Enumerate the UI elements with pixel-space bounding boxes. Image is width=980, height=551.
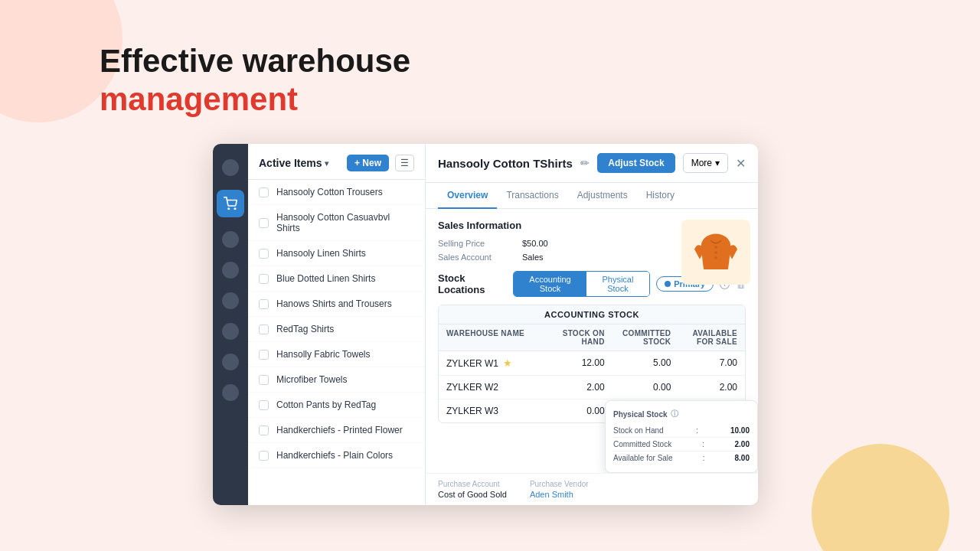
sales-account-value: Sales bbox=[522, 253, 544, 262]
committed-stock-cell: 5.00 bbox=[612, 351, 679, 375]
item-checkbox[interactable] bbox=[259, 187, 269, 197]
primary-dot bbox=[665, 281, 671, 287]
item-name: Handkerchiefs - Plain Colors bbox=[276, 450, 393, 461]
sidebar-item-cart[interactable] bbox=[217, 190, 244, 217]
physical-stock-popup-title: Physical Stock ⓘ bbox=[613, 409, 750, 419]
list-item[interactable]: Microfiber Towels bbox=[248, 367, 425, 393]
item-name: Hansooly Cotton Casuavbvl Shirts bbox=[276, 212, 414, 233]
list-item[interactable]: Hansooly Cotton Trousers bbox=[248, 180, 425, 205]
item-checkbox[interactable] bbox=[259, 400, 269, 410]
purchase-account-value: Cost of Good Sold bbox=[438, 490, 507, 499]
main-ui: Active Items ▾ + New ☰ Hansooly Cotton T… bbox=[213, 144, 758, 505]
physical-row-label: Available for Sale bbox=[613, 454, 673, 462]
purchase-vendor-label: Purchase Vendor bbox=[530, 480, 589, 488]
item-name: Hansooly Cotton Trousers bbox=[276, 187, 383, 197]
table-row: ZYLKER W1 ★ 12.00 5.00 7.00 bbox=[439, 351, 745, 376]
close-button[interactable]: ✕ bbox=[736, 156, 746, 171]
stock-on-hand-cell: 0.00 bbox=[546, 399, 612, 422]
item-checkbox[interactable] bbox=[259, 299, 269, 309]
item-list: Hansooly Cotton Trousers Hansooly Cotton… bbox=[248, 180, 425, 505]
list-item[interactable]: Hanows Shirts and Trousers bbox=[248, 292, 425, 317]
item-checkbox[interactable] bbox=[259, 249, 269, 259]
item-checkbox[interactable] bbox=[259, 350, 269, 360]
sidebar-dot-3 bbox=[222, 262, 239, 279]
accounting-stock-toggle[interactable]: Accounting Stock bbox=[514, 272, 586, 296]
stock-on-hand-cell: 12.00 bbox=[546, 351, 612, 375]
svg-point-4 bbox=[714, 251, 717, 254]
new-button[interactable]: + New bbox=[347, 155, 389, 171]
item-checkbox[interactable] bbox=[259, 324, 269, 334]
tab-adjustments[interactable]: Adjustments bbox=[568, 183, 637, 209]
physical-stock-row: Committed Stock : 2.00 bbox=[613, 438, 750, 452]
list-item[interactable]: Handkerchiefs - Plain Colors bbox=[248, 443, 425, 468]
available-for-sale-cell: 7.00 bbox=[678, 351, 745, 375]
sidebar-dot-4 bbox=[222, 292, 239, 309]
svg-point-1 bbox=[234, 208, 236, 210]
tab-transactions[interactable]: Transactions bbox=[497, 183, 567, 209]
svg-point-0 bbox=[228, 208, 230, 210]
item-name: RedTag Shirts bbox=[276, 324, 334, 334]
svg-point-5 bbox=[714, 256, 717, 259]
stock-toggle-group: Accounting Stock Physical Stock bbox=[513, 271, 650, 297]
table-row: ZYLKER W2 2.00 0.00 2.00 bbox=[439, 376, 745, 399]
physical-row-colon: : bbox=[703, 454, 705, 462]
hero-title-red: management bbox=[100, 80, 410, 119]
item-name: Cotton Pants by RedTag bbox=[276, 399, 376, 410]
col-available-for-sale: AVAILABLE FOR SALE bbox=[678, 324, 745, 350]
col-stock-on-hand: STOCK ON HAND bbox=[546, 324, 612, 350]
active-items-label: Active Items ▾ bbox=[259, 157, 328, 169]
detail-panel: Hansooly Cotton TShirts ✏ Adjust Stock M… bbox=[426, 144, 758, 505]
list-item[interactable]: Blue Dotted Linen Shirts bbox=[248, 266, 425, 292]
item-name: Blue Dotted Linen Shirts bbox=[276, 273, 375, 284]
list-item[interactable]: Hansooly Linen Shirts bbox=[248, 241, 425, 266]
item-checkbox[interactable] bbox=[259, 425, 269, 435]
physical-row-value: 8.00 bbox=[735, 454, 750, 462]
item-checkbox[interactable] bbox=[259, 274, 269, 284]
warehouse-cell: ZYLKER W3 bbox=[439, 399, 546, 422]
list-item[interactable]: Handkerchiefs - Printed Flower bbox=[248, 418, 425, 443]
item-checkbox[interactable] bbox=[259, 451, 269, 461]
star-icon: ★ bbox=[503, 357, 512, 369]
list-item[interactable]: Cotton Pants by RedTag bbox=[248, 393, 425, 418]
physical-stock-rows: Stock on Hand : 10.00 Committed Stock : … bbox=[613, 424, 750, 465]
purchase-vendor-value: Aden Smith bbox=[530, 490, 589, 499]
sidebar-dot-6 bbox=[222, 354, 239, 370]
svg-point-3 bbox=[714, 246, 717, 249]
list-item[interactable]: Hansolly Fabric Towels bbox=[248, 342, 425, 367]
physical-row-colon: : bbox=[702, 440, 704, 448]
col-warehouse-name: WAREHOUSE NAME bbox=[439, 324, 546, 350]
item-checkbox[interactable] bbox=[259, 375, 269, 385]
table-columns-header: WAREHOUSE NAME STOCK ON HAND COMMITTED S… bbox=[439, 324, 745, 351]
warehouse-cell: ZYLKER W2 bbox=[439, 376, 546, 399]
detail-tabs: Overview Transactions Adjustments Histor… bbox=[426, 183, 758, 209]
col-committed-stock: COMMITTED STOCK bbox=[612, 324, 679, 350]
purchase-account-label: Purchase Account bbox=[438, 480, 507, 488]
list-item[interactable]: Hansooly Cotton Casuavbvl Shirts bbox=[248, 205, 425, 241]
item-list-header: Active Items ▾ + New ☰ bbox=[248, 144, 425, 180]
item-checkbox[interactable] bbox=[259, 218, 269, 228]
list-item[interactable]: RedTag Shirts bbox=[248, 317, 425, 342]
detail-header: Hansooly Cotton TShirts ✏ Adjust Stock M… bbox=[426, 144, 758, 183]
item-name: Hansolly Fabric Towels bbox=[276, 349, 371, 360]
warehouse-cell: ZYLKER W1 ★ bbox=[439, 351, 546, 375]
sidebar bbox=[213, 144, 248, 505]
tab-overview[interactable]: Overview bbox=[438, 183, 497, 209]
edit-button[interactable]: ✏ bbox=[580, 157, 590, 169]
sidebar-dot-1 bbox=[222, 159, 239, 176]
item-name: Handkerchiefs - Printed Flower bbox=[276, 425, 403, 435]
more-button[interactable]: More ▾ bbox=[683, 153, 728, 173]
sidebar-dot-7 bbox=[222, 384, 239, 401]
adjust-stock-button[interactable]: Adjust Stock bbox=[597, 153, 675, 173]
physical-row-label: Stock on Hand bbox=[613, 426, 664, 435]
tab-history[interactable]: History bbox=[637, 183, 684, 209]
hero-title-black: Effective warehouse bbox=[100, 42, 410, 80]
purchase-account-item: Purchase Account Cost of Good Sold bbox=[438, 480, 507, 499]
available-for-sale-cell: 2.00 bbox=[678, 376, 745, 399]
active-items-dropdown-arrow[interactable]: ▾ bbox=[325, 159, 328, 168]
purchase-vendor-item: Purchase Vendor Aden Smith bbox=[530, 480, 589, 499]
physical-stock-toggle[interactable]: Physical Stock bbox=[586, 272, 650, 296]
item-list-panel: Active Items ▾ + New ☰ Hansooly Cotton T… bbox=[248, 144, 426, 505]
physical-row-colon: : bbox=[696, 426, 698, 435]
hamburger-button[interactable]: ☰ bbox=[395, 155, 414, 171]
physical-stock-popup: Physical Stock ⓘ Stock on Hand : 10.00 C… bbox=[605, 400, 758, 473]
